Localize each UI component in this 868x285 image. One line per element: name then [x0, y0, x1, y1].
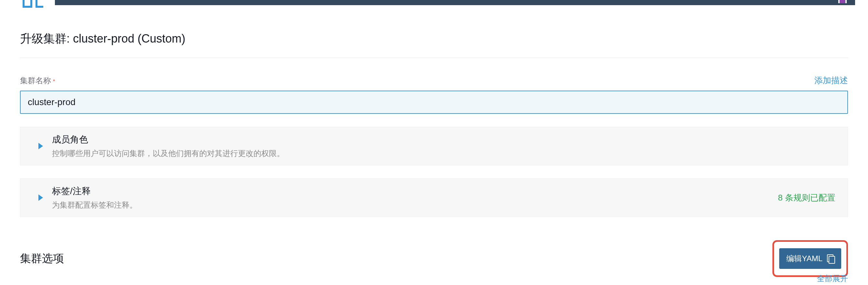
caret-right-icon: [38, 194, 43, 201]
member-roles-desc: 控制哪些用户可以访问集群，以及他们拥有的对其进行更改的权限。: [52, 148, 284, 158]
member-roles-title: 成员角色: [52, 134, 284, 146]
labels-annotations-desc: 为集群配置标签和注释。: [52, 200, 137, 210]
copy-icon: [827, 254, 834, 263]
caret-right-icon: [38, 143, 43, 149]
expand-all-link[interactable]: 全部展开: [817, 274, 848, 284]
edit-yaml-button[interactable]: 编辑YAML: [779, 248, 841, 269]
member-roles-section[interactable]: 成员角色 控制哪些用户可以访问集群，以及他们拥有的对其进行更改的权限。: [20, 127, 848, 166]
top-nav-bar: [55, 0, 855, 5]
edit-yaml-label: 编辑YAML: [786, 253, 823, 264]
required-indicator: *: [53, 79, 55, 84]
edit-yaml-highlight: 编辑YAML: [772, 240, 848, 277]
cluster-options-heading: 集群选项: [20, 251, 64, 266]
rules-configured-badge: 8 条规则已配置: [778, 192, 839, 204]
logo-fragment: [23, 0, 47, 6]
labels-annotations-section[interactable]: 标签/注释 为集群配置标签和注释。 8 条规则已配置: [20, 178, 848, 217]
page-title: 升级集群: cluster-prod (Custom): [20, 31, 848, 58]
labels-annotations-title: 标签/注释: [52, 185, 137, 197]
cluster-name-label: 集群名称: [20, 76, 51, 85]
add-description-link[interactable]: 添加描述: [814, 75, 848, 86]
cluster-name-input[interactable]: [20, 91, 848, 114]
